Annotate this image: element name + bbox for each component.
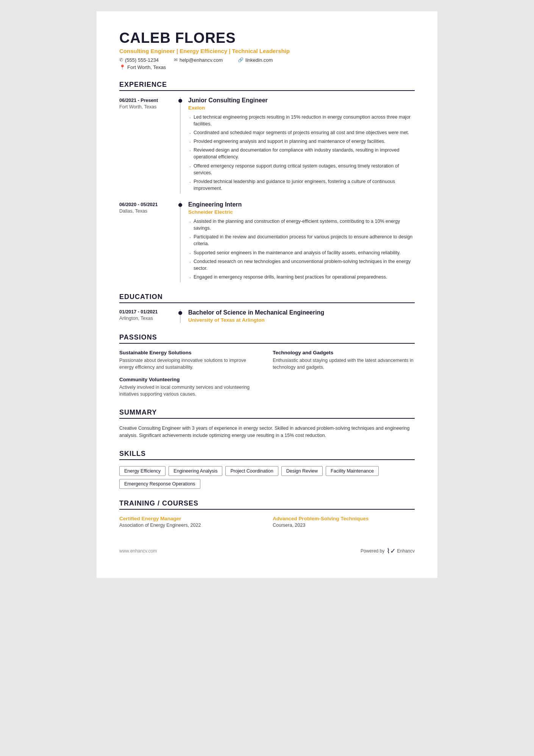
logo-waves-icon: ⌇✓ <box>387 547 396 555</box>
edu-details: Bachelor of Science in Mechanical Engine… <box>180 309 415 323</box>
location-row: 📍 Fort Worth, Texas <box>119 64 415 70</box>
edu-degree: Bachelor of Science in Mechanical Engine… <box>188 309 415 316</box>
summary-title: SUMMARY <box>119 409 415 419</box>
job-2-bullets: Assisted in the planning and constructio… <box>188 218 415 280</box>
phone-icon: ✆ <box>119 57 123 63</box>
job-2-date-col: 06/2020 - 05/2021 Dallas, Texas <box>119 201 180 282</box>
skill-badge-6: Emergency Response Operations <box>119 479 200 489</box>
header: CALEB FLORES Consulting Engineer | Energ… <box>119 30 415 70</box>
training-1-name: Certified Energy Manager <box>119 516 261 521</box>
skill-badge-4: Design Review <box>281 466 323 476</box>
training-item-1: Certified Energy Manager Association of … <box>119 516 261 528</box>
training-item-2: Advanced Problem-Solving Techniques Cour… <box>273 516 415 528</box>
bullet-item: Led technical engineering projects resul… <box>188 114 415 127</box>
summary-section: SUMMARY Creative Consulting Engineer wit… <box>119 409 415 440</box>
education-section: EDUCATION 01/2017 - 01/2021 Arlington, T… <box>119 293 415 323</box>
edu-location: Arlington, Texas <box>119 316 180 321</box>
training-section: TRAINING / COURSES Certified Energy Mana… <box>119 499 415 528</box>
job-2-date: 06/2020 - 05/2021 <box>119 201 180 207</box>
candidate-subtitle: Consulting Engineer | Energy Efficiency … <box>119 48 415 54</box>
email-contact: ✉ help@enhancv.com <box>174 57 223 63</box>
location-icon: 📍 <box>119 64 125 70</box>
job-2-company: Schneider Electric <box>188 209 415 215</box>
training-2-org: Coursera, 2023 <box>273 523 415 528</box>
summary-text: Creative Consulting Engineer with 3 year… <box>119 425 415 440</box>
bullet-item: Assisted in the planning and constructio… <box>188 218 415 232</box>
bullet-item: Conducted research on new technologies a… <box>188 258 415 272</box>
bullet-item: Provided technical leadership and guidan… <box>188 178 415 192</box>
candidate-name: CALEB FLORES <box>119 30 415 46</box>
bullet-item: Reviewed design and documentation for co… <box>188 147 415 160</box>
passion-item-2: Technology and Gadgets Enthusiastic abou… <box>273 350 415 371</box>
training-title: TRAINING / COURSES <box>119 499 415 510</box>
passions-title: PASSIONS <box>119 333 415 344</box>
footer: www.enhancv.com Powered by ⌇✓ Enhancv <box>119 547 415 555</box>
training-2-name: Advanced Problem-Solving Techniques <box>273 516 415 521</box>
passion-item-3: Community Volunteering Actively involved… <box>119 377 261 398</box>
location-text: Fort Worth, Texas <box>127 64 166 70</box>
job-1-location: Fort Worth, Texas <box>119 104 180 110</box>
edu-date: 01/2017 - 01/2021 <box>119 309 180 315</box>
job-1-company: Exelon <box>188 105 415 111</box>
skills-title: SKILLS <box>119 450 415 460</box>
job-1-date-col: 06/2021 - Present Fort Worth, Texas <box>119 97 180 194</box>
experience-title: EXPERIENCE <box>119 81 415 91</box>
email-icon: ✉ <box>174 57 178 63</box>
job-2-location: Dallas, Texas <box>119 208 180 214</box>
passions-grid: Sustainable Energy Solutions Passionate … <box>119 350 415 398</box>
passion-1-title: Sustainable Energy Solutions <box>119 350 261 355</box>
skill-badge-3: Project Coordination <box>225 466 278 476</box>
phone-number: (555) 555-1234 <box>125 57 159 63</box>
contact-row: ✆ (555) 555-1234 ✉ help@enhancv.com 🔗 li… <box>119 57 415 63</box>
skill-badge-5: Facility Maintenance <box>326 466 379 476</box>
job-1: 06/2021 - Present Fort Worth, Texas Juni… <box>119 97 415 194</box>
bullet-item: Offered emergency response support durin… <box>188 163 415 176</box>
passions-section: PASSIONS Sustainable Energy Solutions Pa… <box>119 333 415 398</box>
footer-website: www.enhancv.com <box>119 548 157 554</box>
passion-3-title: Community Volunteering <box>119 377 261 382</box>
skill-badge-1: Energy Efficiency <box>119 466 166 476</box>
edu-item-1: 01/2017 - 01/2021 Arlington, Texas Bache… <box>119 309 415 323</box>
edu-date-col: 01/2017 - 01/2021 Arlington, Texas <box>119 309 180 323</box>
skill-badge-2: Engineering Analysis <box>169 466 222 476</box>
bullet-item: Coordinated and scheduled major segments… <box>188 129 415 136</box>
passion-3-desc: Actively involved in local community ser… <box>119 384 261 398</box>
edu-school: University of Texas at Arlington <box>188 317 415 323</box>
skills-section: SKILLS Energy Efficiency Engineering Ana… <box>119 450 415 489</box>
passion-2-desc: Enthusiastic about staying updated with … <box>273 357 415 371</box>
resume-page: CALEB FLORES Consulting Engineer | Energ… <box>97 11 437 578</box>
passion-item-1: Sustainable Energy Solutions Passionate … <box>119 350 261 371</box>
job-1-title: Junior Consulting Engineer <box>188 97 415 104</box>
job-1-bullets: Led technical engineering projects resul… <box>188 114 415 192</box>
footer-brand: Powered by ⌇✓ Enhancv <box>361 547 415 555</box>
passion-1-desc: Passionate about developing innovative s… <box>119 357 261 371</box>
enhancv-logo: ⌇✓ Enhancv <box>387 547 415 555</box>
training-grid: Certified Energy Manager Association of … <box>119 516 415 528</box>
bullet-item: Provided engineering analysis and suppor… <box>188 138 415 145</box>
experience-section: EXPERIENCE 06/2021 - Present Fort Worth,… <box>119 81 415 282</box>
bullet-item: Engaged in emergency response drills, le… <box>188 274 415 280</box>
job-1-details: Junior Consulting Engineer Exelon Led te… <box>180 97 415 194</box>
skills-container: Energy Efficiency Engineering Analysis P… <box>119 466 415 489</box>
job-1-date: 06/2021 - Present <box>119 97 180 103</box>
job-2: 06/2020 - 05/2021 Dallas, Texas Engineer… <box>119 201 415 282</box>
powered-by-label: Powered by <box>361 548 384 554</box>
passion-2-title: Technology and Gadgets <box>273 350 415 355</box>
bullet-item: Participated in the review and documenta… <box>188 233 415 247</box>
email-address: help@enhancv.com <box>180 57 223 63</box>
bullet-item: Supported senior engineers in the mainte… <box>188 249 415 256</box>
training-1-org: Association of Energy Engineers, 2022 <box>119 523 261 528</box>
linkedin-contact: 🔗 linkedin.com <box>238 57 273 63</box>
education-title: EDUCATION <box>119 293 415 303</box>
job-2-details: Engineering Intern Schneider Electric As… <box>180 201 415 282</box>
linkedin-icon: 🔗 <box>238 57 244 63</box>
job-2-title: Engineering Intern <box>188 201 415 208</box>
linkedin-url: linkedin.com <box>245 57 273 63</box>
phone-contact: ✆ (555) 555-1234 <box>119 57 159 63</box>
brand-name: Enhancv <box>397 548 415 554</box>
